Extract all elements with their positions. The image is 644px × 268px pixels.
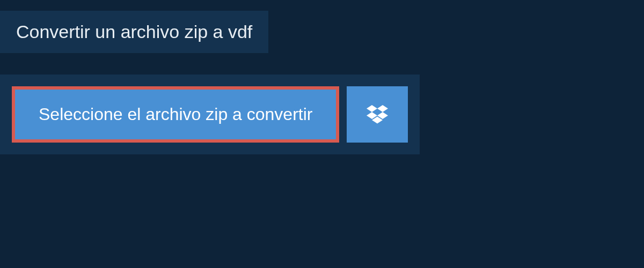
page-title: Convertir un archivo zip a vdf <box>16 21 252 42</box>
dropbox-button[interactable] <box>347 86 408 143</box>
select-file-label: Seleccione el archivo zip a convertir <box>39 105 312 124</box>
select-file-button[interactable]: Seleccione el archivo zip a convertir <box>12 86 339 143</box>
header-tab: Convertir un archivo zip a vdf <box>0 11 268 53</box>
button-panel: Seleccione el archivo zip a convertir <box>0 75 420 154</box>
dropbox-icon <box>367 105 388 124</box>
